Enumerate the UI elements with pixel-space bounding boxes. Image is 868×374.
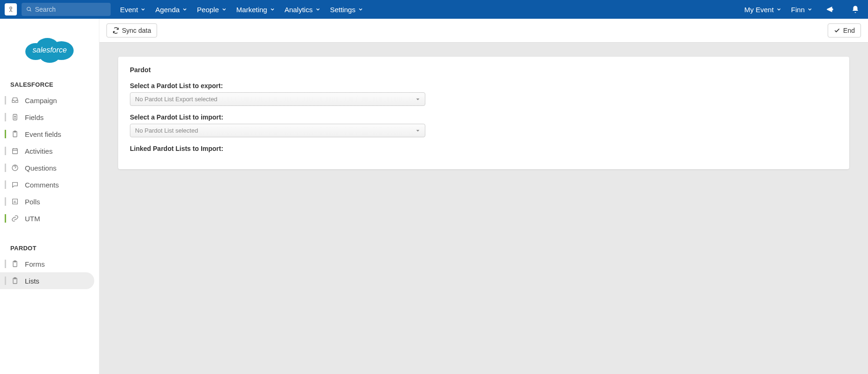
calendar-icon	[11, 147, 19, 155]
card-title: Pardot	[130, 66, 838, 74]
inbox-icon	[11, 97, 19, 104]
sidebar-item-label: Fields	[25, 113, 44, 121]
nav-event[interactable]: Event	[120, 6, 146, 14]
main-content: Sync data End Pardot Select a Pardot Lis…	[99, 19, 868, 374]
nav-label: My Event	[744, 6, 774, 14]
chevron-down-icon	[221, 7, 227, 12]
pardot-export-select[interactable]: No Pardot List Export selected	[130, 92, 425, 106]
sidebar-item-label: Event fields	[25, 130, 61, 138]
app-logo[interactable]	[5, 3, 17, 15]
sidebar-item-utm[interactable]: UTM	[0, 210, 99, 227]
sidebar-item-label: UTM	[25, 215, 40, 223]
nav-label: Event	[120, 6, 138, 14]
search-icon	[26, 6, 32, 13]
sidebar-item-label: Polls	[25, 198, 40, 206]
chevron-down-icon	[315, 7, 321, 12]
question-icon	[11, 164, 19, 172]
chart-icon	[11, 198, 19, 205]
link-icon	[11, 215, 19, 222]
sidebar-item-polls[interactable]: Polls	[0, 193, 99, 210]
topbar: Event Agenda People Marketing Analytics …	[0, 0, 868, 19]
sidebar-item-lists[interactable]: Lists	[0, 272, 94, 289]
chevron-down-icon	[807, 7, 813, 12]
sidebar-item-activities[interactable]: Activities	[0, 142, 99, 159]
sidebar-item-event-fields[interactable]: Event fields	[0, 126, 99, 142]
sidebar-item-label: Campaign	[25, 97, 57, 105]
check-icon	[834, 27, 840, 34]
nav-settings[interactable]: Settings	[330, 6, 363, 14]
announcements-icon[interactable]	[822, 5, 838, 14]
clipboard-icon	[11, 277, 19, 284]
salesforce-logo: salesforce	[0, 19, 99, 77]
svg-rect-12	[13, 149, 18, 154]
sidebar: salesforce SALESFORCE Campaign Fields Ev…	[0, 19, 99, 374]
svg-point-9	[15, 116, 16, 117]
sync-data-button[interactable]: Sync data	[106, 23, 157, 37]
pardot-import-select[interactable]: No Pardot List selected	[130, 124, 425, 137]
search-input[interactable]	[35, 6, 106, 13]
clipboard-icon	[11, 260, 19, 268]
sidebar-item-forms[interactable]: Forms	[0, 255, 99, 272]
sidebar-item-label: Activities	[25, 147, 53, 155]
chevron-down-icon	[776, 7, 782, 12]
sidebar-item-fields[interactable]: Fields	[0, 109, 99, 126]
sidebar-item-label: Lists	[25, 277, 39, 285]
primary-nav: Event Agenda People Marketing Analytics …	[120, 6, 363, 14]
svg-marker-25	[416, 98, 420, 100]
svg-point-1	[27, 7, 30, 10]
toolbar: Sync data End	[99, 19, 868, 43]
sidebar-item-label: Questions	[25, 164, 57, 172]
nav-agenda[interactable]: Agenda	[155, 6, 188, 14]
select-placeholder: No Pardot List selected	[135, 127, 198, 134]
svg-line-2	[30, 10, 31, 12]
sidebar-item-questions[interactable]: Questions	[0, 159, 99, 176]
chevron-down-icon	[140, 7, 146, 12]
clipboard-icon	[11, 130, 19, 138]
nav-label: Agenda	[155, 6, 180, 14]
notifications-icon[interactable]	[847, 5, 863, 14]
import-label: Select a Pardot List to import:	[130, 113, 838, 121]
export-label: Select a Pardot List to export:	[130, 82, 838, 90]
user-menu[interactable]: Finn	[791, 6, 813, 14]
nav-people[interactable]: People	[197, 6, 227, 14]
chevron-down-icon	[358, 7, 363, 12]
sidebar-item-campaign[interactable]: Campaign	[0, 92, 99, 109]
sidebar-item-label: Forms	[25, 260, 45, 268]
caret-down-icon	[415, 128, 420, 133]
button-label: Sync data	[122, 27, 151, 34]
sidebar-item-comments[interactable]: Comments	[0, 176, 99, 193]
section-pardot: PARDOT	[0, 241, 99, 255]
caret-down-icon	[415, 97, 420, 102]
end-button[interactable]: End	[828, 23, 861, 37]
sync-icon	[113, 27, 119, 34]
nav-analytics[interactable]: Analytics	[285, 6, 321, 14]
linked-lists-label: Linked Pardot Lists to Import:	[130, 145, 838, 152]
svg-text:salesforce: salesforce	[32, 46, 67, 54]
comment-icon	[11, 181, 19, 188]
svg-point-0	[10, 7, 12, 9]
svg-marker-26	[416, 130, 420, 131]
section-salesforce: SALESFORCE	[0, 77, 99, 92]
nav-right: My Event Finn	[744, 5, 863, 14]
my-event-menu[interactable]: My Event	[744, 6, 782, 14]
nav-label: Analytics	[285, 6, 313, 14]
nav-label: Marketing	[236, 6, 267, 14]
nav-label: People	[197, 6, 219, 14]
chevron-down-icon	[270, 7, 275, 12]
id-icon	[11, 113, 19, 121]
select-placeholder: No Pardot List Export selected	[135, 96, 218, 103]
nav-label: Finn	[791, 6, 805, 14]
nav-marketing[interactable]: Marketing	[236, 6, 275, 14]
pardot-card: Pardot Select a Pardot List to export: N…	[118, 57, 849, 169]
nav-label: Settings	[330, 6, 355, 14]
search-box[interactable]	[22, 3, 111, 16]
chevron-down-icon	[182, 7, 188, 12]
sidebar-item-label: Comments	[25, 181, 59, 189]
button-label: End	[843, 27, 855, 34]
